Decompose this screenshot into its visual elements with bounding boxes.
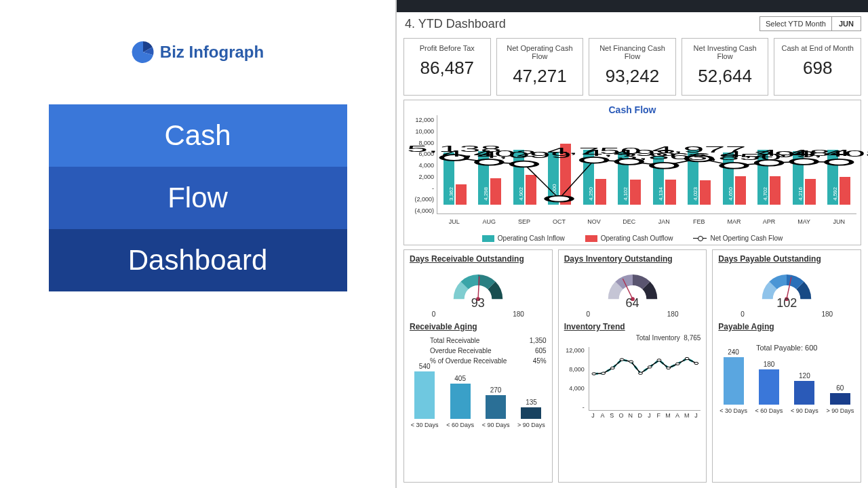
- payable-aging-chart: 240 < 30 Days 180 < 60 Days 120 < 90 Day…: [718, 354, 855, 414]
- svg-text:4,408: 4,408: [792, 148, 868, 159]
- svg-point-11: [652, 163, 677, 169]
- svg-point-30: [620, 359, 624, 361]
- kpi-label: Net Financing Cash Flow: [592, 44, 673, 60]
- chart-title: Cash Flow: [408, 104, 856, 115]
- bar: 405 < 60 Days: [445, 375, 475, 429]
- receivable-card: Days Receivable Outstanding 93 0180 Rece…: [403, 249, 553, 483]
- subsection-title: Inventory Trend: [564, 322, 701, 331]
- kpi-value: 47,271: [500, 66, 580, 87]
- inventory-card: Days Inventory Outstanding 64 0180 Inven…: [558, 249, 707, 483]
- inventory-trend-chart: 12,0008,0004,000- JASONDJFMAMJ: [564, 347, 701, 422]
- inventory-total: Total Inventory 8,765: [564, 334, 701, 342]
- svg-point-31: [629, 361, 633, 363]
- receivable-aging-chart: 540 < 30 Days 405 < 60 Days 270 < 90 Day…: [410, 369, 547, 428]
- bar: 270 < 90 Days: [481, 386, 511, 428]
- payable-card: Days Payable Outstanding 102 0180 Payabl…: [712, 249, 861, 483]
- title-word-3: Dashboard: [49, 229, 347, 291]
- kpi-row: Profit Before Tax 86,487 Net Operating C…: [397, 35, 868, 100]
- subsection-title: Receivable Aging: [410, 322, 547, 331]
- gauge-value: 93: [471, 296, 485, 310]
- month-picker-value[interactable]: JUN: [832, 16, 861, 31]
- kpi-label: Net Operating Cash Flow: [500, 44, 580, 60]
- app-titlebar: [397, 0, 868, 12]
- svg-point-32: [638, 372, 642, 374]
- title-word-1: Cash: [49, 104, 347, 167]
- bar: 240 < 30 Days: [718, 348, 748, 414]
- svg-point-37: [685, 357, 689, 359]
- kpi-label: Net Investing Cash Flow: [685, 44, 766, 60]
- bar: 540 < 30 Days: [410, 363, 439, 428]
- svg-point-15: [722, 163, 747, 169]
- legend-outflow: Operating Cash Outflow: [585, 235, 673, 242]
- legend-net: Net Operting Cash Flow: [693, 235, 783, 242]
- kpi-label: Profit Before Tax: [407, 44, 488, 52]
- svg-point-35: [666, 367, 670, 369]
- kpi-value: 86,487: [407, 58, 488, 79]
- logo-text: Biz Infograph: [160, 43, 264, 62]
- svg-point-38: [694, 362, 698, 364]
- title-panel: Biz Infograph Cash Flow Dashboard: [0, 0, 397, 488]
- kpi-card: Net Operating Cash Flow 47,271: [496, 38, 584, 96]
- kpi-card: Net Investing Cash Flow 52,644: [682, 38, 769, 96]
- kpi-card: Cash at End of Month 698: [774, 38, 861, 96]
- cash-flow-chart: Cash Flow 12,00010,0008,0006,0004,0002,0…: [403, 100, 861, 245]
- gauge-value: 64: [625, 296, 639, 310]
- legend-inflow: Operating Cash Inflow: [482, 235, 565, 242]
- kpi-card: Net Financing Cash Flow 93,242: [589, 38, 676, 96]
- bar: 60 > 90 Days: [825, 384, 855, 415]
- title-word-2: Flow: [49, 167, 347, 229]
- card-title: Days Inventory Outstanding: [564, 254, 701, 264]
- dashboard-panel: 4. YTD Dashboard Select YTD Month JUN Pr…: [397, 0, 868, 488]
- card-title: Days Receivable Outstanding: [410, 254, 547, 264]
- kpi-label: Cash at End of Month: [777, 44, 858, 52]
- svg-point-7: [582, 157, 607, 163]
- pie-chart-icon: [132, 41, 155, 64]
- x-axis: JULAUGSEPOCTNOVDECJANFEBMARAPRMAYJUN: [437, 216, 856, 230]
- svg-point-4: [511, 161, 536, 167]
- month-picker-label: Select YTD Month: [760, 16, 832, 31]
- svg-point-19: [791, 159, 816, 165]
- receivable-stats: Total Receivable1,350Overdue Receivable6…: [410, 336, 547, 366]
- logo: Biz Infograph: [132, 41, 264, 64]
- kpi-value: 52,644: [685, 66, 766, 87]
- dashboard-title: Cash Flow Dashboard: [49, 104, 347, 291]
- chart-legend: Operating Cash Inflow Operating Cash Out…: [408, 230, 856, 243]
- month-picker[interactable]: Select YTD Month JUN: [760, 16, 861, 31]
- bar: 120 < 90 Days: [789, 372, 819, 414]
- page-title: 4. YTD Dashboard: [405, 17, 506, 31]
- svg-point-34: [657, 359, 661, 361]
- svg-point-36: [675, 363, 679, 365]
- bar: 135 > 90 Days: [516, 399, 546, 429]
- y-axis: 12,00010,0008,0006,0004,0002,000-(2,000)…: [408, 115, 437, 230]
- kpi-value: 93,242: [592, 66, 673, 87]
- svg-point-33: [648, 366, 652, 368]
- bar: 180 < 60 Days: [754, 361, 784, 415]
- subsection-title: Payable Aging: [718, 322, 855, 331]
- svg-point-17: [756, 160, 781, 166]
- kpi-card: Profit Before Tax 86,487: [403, 38, 491, 96]
- gauge-value: 102: [776, 296, 797, 310]
- line-overlay: 5,1384,4024,0994,7504,4983,8664,9773,850…: [437, 115, 856, 214]
- kpi-value: 698: [777, 58, 858, 79]
- svg-point-27: [592, 373, 596, 375]
- svg-point-28: [601, 372, 605, 374]
- card-title: Days Payable Outstanding: [718, 254, 855, 264]
- svg-point-29: [610, 367, 614, 369]
- svg-point-21: [827, 159, 852, 165]
- svg-point-6: [547, 196, 572, 202]
- dashboard-header: 4. YTD Dashboard Select YTD Month JUN: [397, 12, 868, 35]
